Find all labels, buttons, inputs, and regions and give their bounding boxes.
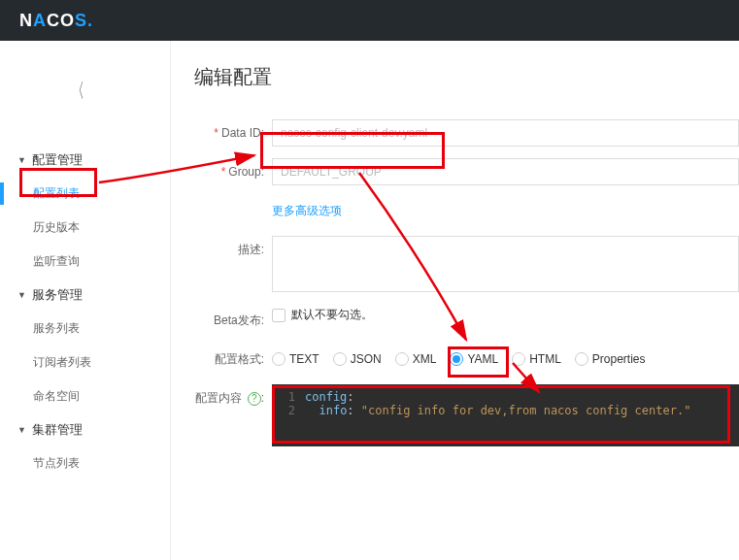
more-options-link[interactable]: 更多高级选项 bbox=[272, 204, 342, 217]
radio-label: YAML bbox=[467, 346, 498, 373]
format-radio-json[interactable]: JSON bbox=[333, 346, 382, 373]
caret-down-icon: ▼ bbox=[17, 425, 26, 435]
data-id-input[interactable] bbox=[272, 119, 739, 147]
sidebar-group[interactable]: ▼配置管理 bbox=[0, 144, 170, 177]
radio-icon bbox=[575, 352, 588, 366]
main-content: 编辑配置 *Data ID: *Group: 更多高级选项 描述: bbox=[171, 41, 739, 560]
radio-label: HTML bbox=[529, 346, 561, 373]
desc-textarea[interactable] bbox=[272, 236, 739, 292]
caret-down-icon: ▼ bbox=[17, 290, 26, 300]
format-radio-xml[interactable]: XML bbox=[395, 346, 437, 373]
sidebar-item[interactable]: 服务列表 bbox=[0, 312, 170, 346]
desc-label: 描述: bbox=[194, 236, 272, 263]
content-label: 配置内容 ?: bbox=[194, 384, 272, 412]
topbar: NACOS. bbox=[0, 0, 739, 41]
format-label: 配置格式: bbox=[194, 346, 272, 373]
beta-label: Beta发布: bbox=[194, 307, 272, 334]
radio-icon bbox=[272, 352, 286, 366]
beta-checkbox[interactable] bbox=[272, 309, 286, 322]
radio-icon bbox=[395, 352, 409, 366]
radio-icon bbox=[512, 352, 525, 366]
radio-icon bbox=[450, 352, 463, 366]
data-id-label: *Data ID: bbox=[194, 119, 272, 147]
radio-label: TEXT bbox=[289, 346, 319, 373]
sidebar-item[interactable]: 节点列表 bbox=[0, 446, 170, 480]
format-radio-html[interactable]: HTML bbox=[512, 346, 561, 373]
help-icon[interactable]: ? bbox=[248, 392, 261, 406]
sidebar-item[interactable]: 订阅者列表 bbox=[0, 346, 170, 379]
format-radio-text[interactable]: TEXT bbox=[272, 346, 319, 373]
radio-label: Properties bbox=[592, 346, 646, 373]
sidebar-item[interactable]: 监听查询 bbox=[0, 245, 170, 279]
group-label: *Group: bbox=[194, 158, 272, 185]
caret-down-icon: ▼ bbox=[17, 155, 26, 165]
sidebar-item[interactable]: 历史版本 bbox=[0, 211, 170, 245]
sidebar-group[interactable]: ▼服务管理 bbox=[0, 279, 170, 312]
sidebar-group[interactable]: ▼集群管理 bbox=[0, 413, 170, 446]
logo: NACOS. bbox=[19, 11, 93, 31]
radio-label: XML bbox=[413, 346, 437, 373]
radio-icon bbox=[333, 352, 347, 366]
sidebar-item[interactable]: 命名空间 bbox=[0, 379, 170, 413]
editor-line: 2 info: "config info for dev,from nacos … bbox=[272, 404, 739, 417]
config-content-editor[interactable]: 1config:2 info: "config info for dev,fro… bbox=[272, 384, 739, 446]
editor-line: 1config: bbox=[272, 390, 739, 404]
format-radio-yaml[interactable]: YAML bbox=[450, 346, 498, 373]
beta-checkbox-label: 默认不要勾选。 bbox=[291, 307, 373, 323]
sidebar-item[interactable]: 配置列表 bbox=[0, 177, 170, 211]
format-radio-properties[interactable]: Properties bbox=[575, 346, 646, 373]
sidebar: 〈 ▼配置管理配置列表历史版本监听查询▼服务管理服务列表订阅者列表命名空间▼集群… bbox=[0, 41, 171, 560]
page-title: 编辑配置 bbox=[194, 64, 739, 90]
group-input[interactable] bbox=[272, 158, 739, 185]
back-icon[interactable]: 〈 bbox=[71, 78, 84, 104]
radio-label: JSON bbox=[351, 346, 382, 373]
